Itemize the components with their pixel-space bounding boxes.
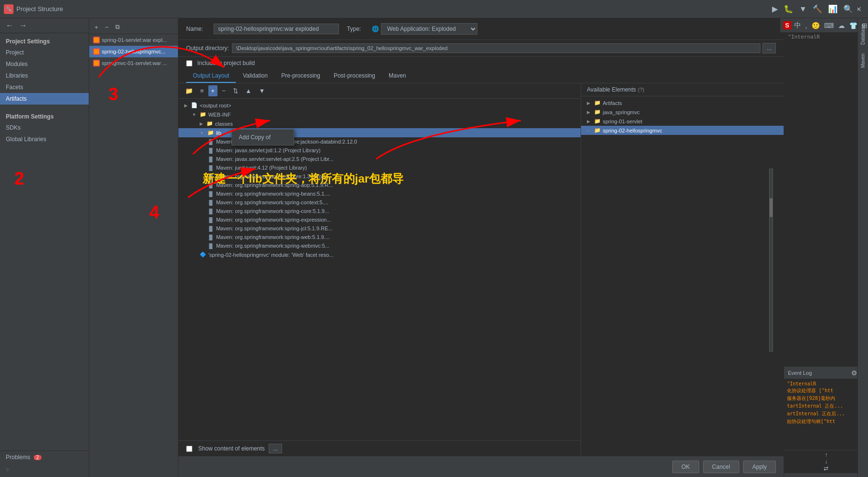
- jar-icon-6: ▐▌: [207, 191, 214, 197]
- tree-item-jar-10[interactable]: ▐▌ Maven: org.springframework:spring-jcl…: [178, 224, 581, 233]
- sidebar-item-artifacts[interactable]: Artifacts: [0, 93, 89, 105]
- artifact-copy-button[interactable]: ⧉: [113, 22, 122, 32]
- im-punct-btn[interactable]: ,: [804, 21, 809, 30]
- tree-item-web-inf[interactable]: ▼ 📁 WEB-INF: [178, 110, 581, 119]
- sidebar-problems[interactable]: Problems 2: [0, 450, 89, 464]
- tab-output-layout[interactable]: Output Layout: [186, 69, 236, 83]
- global-debug-btn[interactable]: 🐛: [781, 2, 796, 16]
- console-panel: Event Log ⚙ ─ "InternalR 化协议处理器 ["htt 服务…: [784, 367, 868, 473]
- jar-icon-5: ▐▌: [207, 183, 214, 188]
- browse-button[interactable]: ...: [762, 43, 776, 53]
- avail-expand-artifacts[interactable]: ▶: [587, 101, 590, 106]
- artifact-item-1[interactable]: spring-02-hellospringmvc...: [89, 46, 178, 57]
- global-build-btn[interactable]: 🔨: [810, 2, 825, 16]
- im-cloud-btn[interactable]: ☁: [837, 21, 846, 30]
- im-grid-btn[interactable]: ⊞: [860, 21, 868, 30]
- right-vertical-tabs: Database Maven: [857, 18, 868, 477]
- sidebar-item-sdks[interactable]: SDKs: [0, 122, 89, 133]
- name-type-row: Name: Type: 🌐 Web Application: Exploded: [178, 18, 784, 40]
- avail-item-spring01[interactable]: ▶ 📁 spring-01-servlet: [581, 117, 784, 126]
- tree-item-output-root[interactable]: ▶ 📄 <output root>: [178, 101, 581, 110]
- show-content-checkbox[interactable]: [186, 446, 192, 452]
- tree-item-jar-3[interactable]: ▐▌ Maven: junit:junit:4.12 (Project Libr…: [178, 163, 581, 172]
- global-profile-btn[interactable]: 📊: [826, 2, 840, 16]
- include-checkbox[interactable]: [186, 60, 192, 66]
- cancel-button[interactable]: Cancel: [703, 461, 739, 473]
- tree-item-jar-12[interactable]: ▐▌ Maven: org.springframework:spring-web…: [178, 241, 581, 250]
- artifact-item-0[interactable]: spring-01-servlet:war expl...: [89, 34, 178, 46]
- name-input[interactable]: [214, 24, 339, 34]
- maven-tab[interactable]: Maven: [859, 50, 867, 72]
- add-copy-of-item[interactable]: Add Copy of: [232, 132, 294, 143]
- tree-item-jar-5[interactable]: ▐▌ Maven: org.springframework:spring-aop…: [178, 181, 581, 189]
- panel-list-btn[interactable]: ≡: [197, 85, 207, 96]
- sidebar-item-project[interactable]: Project: [0, 47, 89, 58]
- panel-folder-btn[interactable]: 📁: [182, 85, 196, 96]
- global-search-btn[interactable]: 🔍: [841, 2, 855, 16]
- bottom-bar: Show content of elements ...: [178, 440, 581, 456]
- global-run-btn[interactable]: ▶: [770, 2, 780, 16]
- global-dropdown-btn[interactable]: ▼: [797, 2, 809, 16]
- type-select[interactable]: Web Application: Exploded: [381, 23, 477, 35]
- right-panel-labels: [784, 473, 868, 477]
- avail-item-spring02[interactable]: ▶ 📁 spring-02-hellospringmvc: [581, 126, 784, 135]
- scroll-wrap-btn[interactable]: ⇄: [824, 465, 828, 472]
- scrollbar-thumb[interactable]: [770, 198, 773, 217]
- tree-item-jar-9[interactable]: ▐▌ Maven: org.springframework:spring-exp…: [178, 215, 581, 224]
- tree-item-classes[interactable]: ▶ 📁 classes: [178, 119, 581, 128]
- tree-item-jar-1[interactable]: ▐▌ Maven: javax.servlet:jstl:1.2 (Projec…: [178, 146, 581, 155]
- nav-back-button[interactable]: ←: [4, 20, 15, 31]
- tree-item-jar-11[interactable]: ▐▌ Maven: org.springframework:spring-web…: [178, 233, 581, 241]
- ellipsis-button[interactable]: ...: [269, 444, 282, 453]
- tree-item-module[interactable]: 🔷 'spring-02-hellospringmvc' module: 'We…: [178, 250, 581, 259]
- tab-validation[interactable]: Validation: [236, 69, 274, 83]
- tree-item-jar-2[interactable]: ▐▌ Maven: javax.servlet:servlet-api:2.5 …: [178, 155, 581, 163]
- im-s-btn[interactable]: S: [783, 21, 791, 29]
- tree-item-jar-8[interactable]: ▐▌ Maven: org.springframework:spring-cor…: [178, 207, 581, 215]
- tab-pre-processing[interactable]: Pre-processing: [274, 69, 327, 83]
- ok-button[interactable]: OK: [672, 461, 699, 473]
- console-line-4: tartInternal 正在...: [787, 403, 865, 410]
- type-icon: 🌐: [372, 26, 379, 32]
- im-zh-btn[interactable]: 中: [793, 20, 802, 31]
- console-settings-btn[interactable]: ⚙: [851, 369, 857, 377]
- avail-item-java-springmvc[interactable]: ▶ 📁 java_springmvc: [581, 107, 784, 117]
- artifact-remove-button[interactable]: −: [103, 22, 111, 32]
- artifact-icon-2: [93, 60, 100, 66]
- output-dir-input[interactable]: [232, 43, 760, 53]
- im-emoji-btn[interactable]: 🙂: [810, 21, 821, 30]
- action-buttons-row: OK Cancel Apply: [178, 456, 784, 477]
- avail-expand-spring01[interactable]: ▶: [587, 119, 590, 124]
- scroll-up-btn[interactable]: ↑: [825, 451, 827, 458]
- panel-sort-btn[interactable]: ⇅: [230, 85, 241, 96]
- console-header: Event Log ⚙ ─: [784, 367, 868, 379]
- available-tree: ▶ 📁 Artifacts ▶ 📁 java_springmvc ▶ 📁: [581, 96, 784, 456]
- scrollbar-track[interactable]: [769, 169, 773, 352]
- avail-java-icon: 📁: [594, 109, 601, 115]
- panel-add-btn[interactable]: +: [208, 85, 218, 96]
- tree-item-jar-7[interactable]: ▐▌ Maven: org.springframework:spring-con…: [178, 198, 581, 207]
- scroll-down-btn[interactable]: ↓: [825, 458, 827, 465]
- apply-button[interactable]: Apply: [743, 461, 776, 473]
- avail-expand-java[interactable]: ▶: [587, 110, 590, 115]
- tab-maven[interactable]: Maven: [382, 69, 413, 83]
- panel-down-btn[interactable]: ▼: [256, 85, 268, 96]
- sidebar-item-global-libraries[interactable]: Global Libraries: [0, 133, 89, 145]
- sidebar-item-facets[interactable]: Facets: [0, 81, 89, 93]
- im-tshirt-btn[interactable]: 👕: [848, 21, 859, 30]
- tree-item-jar-6[interactable]: ▐▌ Maven: org.springframework:spring-bea…: [178, 189, 581, 198]
- panel-minus-btn[interactable]: −: [219, 85, 229, 96]
- nav-forward-button[interactable]: →: [17, 20, 29, 31]
- output-root-icon: 📄: [191, 102, 198, 108]
- tree-item-jar-4[interactable]: ▐▌ Maven: org.hamcrest:hamcrest-core:1.3…: [178, 172, 581, 181]
- artifact-add-button[interactable]: +: [92, 22, 101, 32]
- artifact-item-2[interactable]: springmvc-01-servlet:war ...: [89, 57, 178, 69]
- jar-icon-0: ▐▌: [207, 139, 214, 145]
- im-keyboard-btn[interactable]: ⌨: [823, 21, 835, 30]
- sidebar-item-modules[interactable]: Modules: [0, 58, 89, 70]
- sidebar-nav: ← →: [0, 18, 89, 33]
- panel-up-btn[interactable]: ▲: [243, 85, 255, 96]
- sidebar-item-libraries[interactable]: Libraries: [0, 70, 89, 81]
- tab-post-processing[interactable]: Post-processing: [327, 69, 382, 83]
- avail-item-artifacts[interactable]: ▶ 📁 Artifacts: [581, 98, 784, 107]
